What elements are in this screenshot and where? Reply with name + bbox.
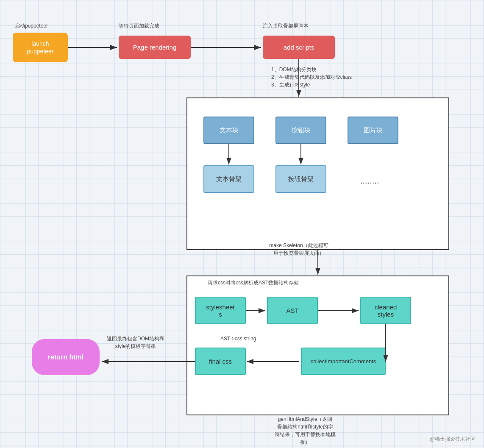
label-ast-css: AST->css string: [220, 335, 256, 342]
node-text-skeleton: 文本骨架: [203, 165, 254, 193]
node-page-rendering: Page rendering: [119, 36, 191, 59]
node-final-css: final css: [195, 348, 246, 375]
node-stylesheets: stylesheet s: [195, 297, 246, 324]
node-img-block: 图片块: [348, 117, 398, 144]
label-page-annot: 等待页面加载完成: [119, 22, 159, 30]
label-dom-steps: 1、DOM结构分类块 2、生成骨架代码以及添加对应class 3、生成行内sty…: [271, 66, 352, 89]
node-text-block: 文本块: [203, 117, 254, 144]
label-ast-annot: 请求css时将css解析成AST数据结构存储: [208, 279, 299, 287]
node-collect-important: collectImportantComments: [301, 348, 386, 375]
watermark: @稀土掘金技术社区: [430, 436, 476, 443]
node-add-scripts: add scripts: [263, 36, 335, 59]
node-cleaned-styles: cleaned styles: [360, 297, 411, 324]
node-launch: launch puppeteer: [13, 33, 68, 62]
label-gen-html: genHtmlAndStyle（返回 骨架结构html和style的字 符结果，…: [252, 415, 358, 446]
label-dots: ........: [360, 176, 379, 186]
label-return-annot: 返回最终包含DOM结构和 style的模板字符串: [102, 335, 170, 350]
node-return-html: return html: [32, 339, 100, 375]
label-launch-annot: 启动puppeteer: [15, 22, 48, 30]
node-ast: AST: [267, 297, 318, 324]
diagram-canvas: 启动puppeteer 等待页面加载完成 注入提取骨架屏脚本 1、DOM结构分类…: [0, 0, 484, 448]
node-btn-skeleton: 按钮骨架: [275, 165, 326, 193]
label-addscripts-annot: 注入提取骨架屏脚本: [263, 22, 309, 30]
node-btn-block: 按钮块: [275, 117, 326, 144]
label-make-skeleton: make Skeleton（此过程可 用于预览骨架屏页面）: [252, 242, 345, 257]
